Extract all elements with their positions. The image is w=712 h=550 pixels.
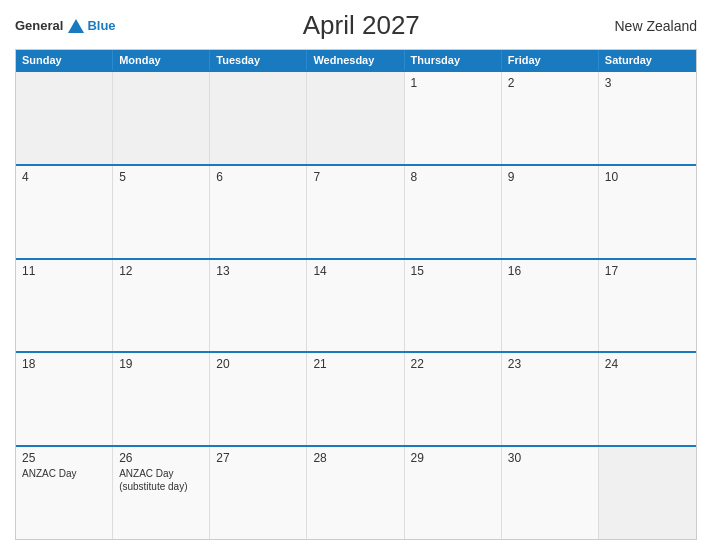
- day-number: 19: [119, 357, 203, 371]
- day-number: 21: [313, 357, 397, 371]
- day-number: 14: [313, 264, 397, 278]
- calendar-grid: SundayMondayTuesdayWednesdayThursdayFrid…: [15, 49, 697, 540]
- event-label: ANZAC Day: [22, 467, 106, 480]
- calendar-page: General Blue April 2027 New Zealand Sund…: [0, 0, 712, 550]
- cal-cell: 22: [405, 353, 502, 445]
- day-number: 1: [411, 76, 495, 90]
- cal-cell: 1: [405, 72, 502, 164]
- cal-cell: 30: [502, 447, 599, 539]
- day-number: 29: [411, 451, 495, 465]
- cal-cell: 17: [599, 260, 696, 352]
- day-header-friday: Friday: [502, 50, 599, 70]
- day-header-sunday: Sunday: [16, 50, 113, 70]
- day-header-saturday: Saturday: [599, 50, 696, 70]
- calendar-header: SundayMondayTuesdayWednesdayThursdayFrid…: [16, 50, 696, 70]
- day-number: 28: [313, 451, 397, 465]
- logo: General Blue: [15, 18, 116, 33]
- calendar-title: April 2027: [116, 10, 607, 41]
- event-label: (substitute day): [119, 480, 203, 493]
- day-number: 11: [22, 264, 106, 278]
- week-row-3: 11121314151617: [16, 258, 696, 352]
- cal-cell: 8: [405, 166, 502, 258]
- cal-cell: 5: [113, 166, 210, 258]
- day-number: 16: [508, 264, 592, 278]
- day-number: 23: [508, 357, 592, 371]
- cal-cell: 14: [307, 260, 404, 352]
- cal-cell: 4: [16, 166, 113, 258]
- week-row-5: 25ANZAC Day26ANZAC Day(substitute day)27…: [16, 445, 696, 539]
- day-number: 3: [605, 76, 690, 90]
- cal-cell: 16: [502, 260, 599, 352]
- cal-cell: 3: [599, 72, 696, 164]
- cal-cell: 15: [405, 260, 502, 352]
- day-number: 8: [411, 170, 495, 184]
- calendar-body: 1234567891011121314151617181920212223242…: [16, 70, 696, 539]
- cal-cell: [113, 72, 210, 164]
- day-header-monday: Monday: [113, 50, 210, 70]
- cal-cell: 24: [599, 353, 696, 445]
- day-number: 7: [313, 170, 397, 184]
- week-row-2: 45678910: [16, 164, 696, 258]
- event-label: ANZAC Day: [119, 467, 203, 480]
- day-number: 12: [119, 264, 203, 278]
- cal-cell: [599, 447, 696, 539]
- cal-cell: 11: [16, 260, 113, 352]
- day-number: 17: [605, 264, 690, 278]
- cal-cell: 12: [113, 260, 210, 352]
- cal-cell: 19: [113, 353, 210, 445]
- day-number: 27: [216, 451, 300, 465]
- logo-blue-text: Blue: [87, 18, 115, 33]
- cal-cell: 25ANZAC Day: [16, 447, 113, 539]
- week-row-4: 18192021222324: [16, 351, 696, 445]
- day-number: 20: [216, 357, 300, 371]
- cal-cell: 26ANZAC Day(substitute day): [113, 447, 210, 539]
- page-header: General Blue April 2027 New Zealand: [15, 10, 697, 41]
- day-number: 24: [605, 357, 690, 371]
- cal-cell: 2: [502, 72, 599, 164]
- day-number: 9: [508, 170, 592, 184]
- day-number: 4: [22, 170, 106, 184]
- day-number: 5: [119, 170, 203, 184]
- cal-cell: 9: [502, 166, 599, 258]
- day-number: 15: [411, 264, 495, 278]
- day-header-thursday: Thursday: [405, 50, 502, 70]
- day-number: 26: [119, 451, 203, 465]
- cal-cell: 18: [16, 353, 113, 445]
- cal-cell: [16, 72, 113, 164]
- cal-cell: 29: [405, 447, 502, 539]
- day-number: 13: [216, 264, 300, 278]
- country-label: New Zealand: [607, 18, 697, 34]
- day-number: 22: [411, 357, 495, 371]
- day-header-wednesday: Wednesday: [307, 50, 404, 70]
- cal-cell: 6: [210, 166, 307, 258]
- day-number: 2: [508, 76, 592, 90]
- day-number: 30: [508, 451, 592, 465]
- cal-cell: 23: [502, 353, 599, 445]
- day-number: 25: [22, 451, 106, 465]
- day-number: 6: [216, 170, 300, 184]
- logo-general-text: General: [15, 18, 63, 33]
- cal-cell: [210, 72, 307, 164]
- cal-cell: 7: [307, 166, 404, 258]
- cal-cell: 13: [210, 260, 307, 352]
- cal-cell: 10: [599, 166, 696, 258]
- cal-cell: 27: [210, 447, 307, 539]
- week-row-1: 123: [16, 70, 696, 164]
- cal-cell: 28: [307, 447, 404, 539]
- day-header-tuesday: Tuesday: [210, 50, 307, 70]
- cal-cell: [307, 72, 404, 164]
- cal-cell: 20: [210, 353, 307, 445]
- day-number: 10: [605, 170, 690, 184]
- day-number: 18: [22, 357, 106, 371]
- cal-cell: 21: [307, 353, 404, 445]
- logo-triangle-icon: [68, 19, 84, 33]
